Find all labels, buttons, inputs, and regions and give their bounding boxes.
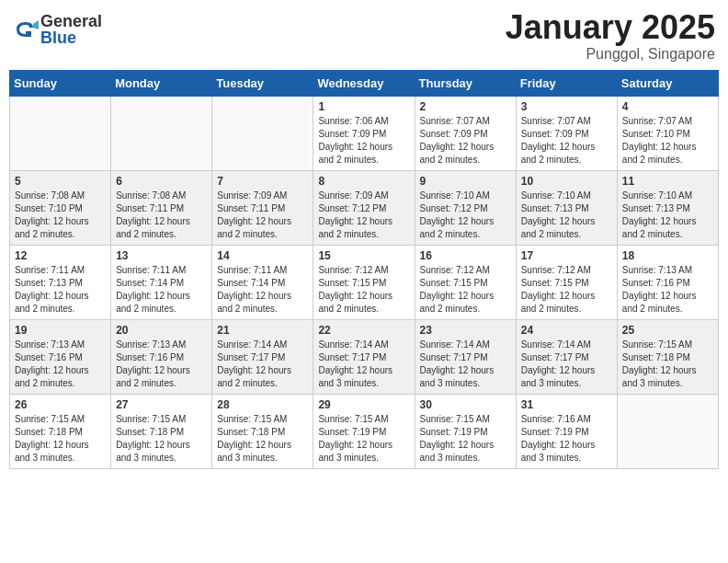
table-row: 26Sunrise: 7:15 AMSunset: 7:18 PMDayligh… [10,394,111,468]
logo: General Blue [13,13,102,46]
day-info: Sunrise: 7:07 AMSunset: 7:09 PMDaylight:… [521,115,612,167]
day-info: Sunrise: 7:11 AMSunset: 7:14 PMDaylight:… [217,264,308,316]
logo-text: General Blue [40,13,102,46]
table-row: 11Sunrise: 7:10 AMSunset: 7:13 PMDayligh… [617,170,718,245]
day-info: Sunrise: 7:07 AMSunset: 7:10 PMDaylight:… [622,115,713,167]
table-row: 9Sunrise: 7:10 AMSunset: 7:12 PMDaylight… [415,170,516,245]
calendar-week-row: 5Sunrise: 7:08 AMSunset: 7:10 PMDaylight… [10,170,719,245]
table-row: 1Sunrise: 7:06 AMSunset: 7:09 PMDaylight… [313,96,415,170]
day-info: Sunrise: 7:09 AMSunset: 7:12 PMDaylight:… [318,190,409,241]
day-number: 25 [622,324,713,337]
day-info: Sunrise: 7:14 AMSunset: 7:17 PMDaylight:… [521,339,612,390]
day-info: Sunrise: 7:09 AMSunset: 7:11 PMDaylight:… [217,190,308,241]
day-number: 22 [318,324,409,337]
header: General Blue January 2025 Punggol, Singa… [9,9,719,63]
col-wednesday: Wednesday [313,70,415,96]
calendar-header-row: Sunday Monday Tuesday Wednesday Thursday… [10,70,719,96]
calendar-week-row: 26Sunrise: 7:15 AMSunset: 7:18 PMDayligh… [10,394,719,468]
day-info: Sunrise: 7:14 AMSunset: 7:17 PMDaylight:… [420,339,511,390]
calendar-week-row: 1Sunrise: 7:06 AMSunset: 7:09 PMDaylight… [10,96,719,170]
table-row: 15Sunrise: 7:12 AMSunset: 7:15 PMDayligh… [313,245,415,319]
table-row: 21Sunrise: 7:14 AMSunset: 7:17 PMDayligh… [212,319,313,394]
day-info: Sunrise: 7:15 AMSunset: 7:18 PMDaylight:… [622,339,713,390]
day-info: Sunrise: 7:08 AMSunset: 7:10 PMDaylight:… [15,190,106,241]
table-row [111,96,212,170]
table-row: 5Sunrise: 7:08 AMSunset: 7:10 PMDaylight… [10,170,111,245]
col-sunday: Sunday [10,70,111,96]
day-info: Sunrise: 7:10 AMSunset: 7:13 PMDaylight:… [622,190,713,241]
day-info: Sunrise: 7:08 AMSunset: 7:11 PMDaylight:… [116,190,207,241]
month-title: January 2025 [506,9,715,46]
day-number: 14 [217,249,308,262]
day-info: Sunrise: 7:13 AMSunset: 7:16 PMDaylight:… [116,339,207,390]
table-row: 20Sunrise: 7:13 AMSunset: 7:16 PMDayligh… [111,319,212,394]
calendar-week-row: 19Sunrise: 7:13 AMSunset: 7:16 PMDayligh… [10,319,719,394]
col-friday: Friday [516,70,617,96]
day-info: Sunrise: 7:11 AMSunset: 7:14 PMDaylight:… [116,264,207,316]
logo-general: General [40,13,102,29]
day-info: Sunrise: 7:10 AMSunset: 7:12 PMDaylight:… [420,190,511,241]
day-info: Sunrise: 7:15 AMSunset: 7:19 PMDaylight:… [420,413,511,465]
day-number: 9 [420,175,511,188]
day-info: Sunrise: 7:15 AMSunset: 7:19 PMDaylight:… [318,413,409,465]
table-row: 28Sunrise: 7:15 AMSunset: 7:18 PMDayligh… [212,394,313,468]
day-number: 2 [420,100,511,113]
logo-blue: Blue [40,29,102,46]
location: Punggol, Singapore [506,46,715,63]
table-row [10,96,111,170]
day-info: Sunrise: 7:14 AMSunset: 7:17 PMDaylight:… [217,339,308,390]
table-row: 13Sunrise: 7:11 AMSunset: 7:14 PMDayligh… [111,245,212,319]
day-info: Sunrise: 7:11 AMSunset: 7:13 PMDaylight:… [15,264,106,316]
table-row: 16Sunrise: 7:12 AMSunset: 7:15 PMDayligh… [415,245,516,319]
day-info: Sunrise: 7:12 AMSunset: 7:15 PMDaylight:… [318,264,409,316]
table-row: 2Sunrise: 7:07 AMSunset: 7:09 PMDaylight… [415,96,516,170]
day-info: Sunrise: 7:12 AMSunset: 7:15 PMDaylight:… [420,264,511,316]
table-row: 4Sunrise: 7:07 AMSunset: 7:10 PMDaylight… [617,96,718,170]
table-row: 23Sunrise: 7:14 AMSunset: 7:17 PMDayligh… [415,319,516,394]
day-info: Sunrise: 7:15 AMSunset: 7:18 PMDaylight:… [217,413,308,465]
table-row: 8Sunrise: 7:09 AMSunset: 7:12 PMDaylight… [313,170,415,245]
calendar-week-row: 12Sunrise: 7:11 AMSunset: 7:13 PMDayligh… [10,245,719,319]
day-info: Sunrise: 7:14 AMSunset: 7:17 PMDaylight:… [318,339,409,390]
table-row: 17Sunrise: 7:12 AMSunset: 7:15 PMDayligh… [516,245,617,319]
table-row: 6Sunrise: 7:08 AMSunset: 7:11 PMDaylight… [111,170,212,245]
day-number: 18 [622,249,713,262]
title-block: January 2025 Punggol, Singapore [506,9,715,63]
day-number: 24 [521,324,612,337]
day-number: 4 [622,100,713,113]
col-monday: Monday [111,70,212,96]
table-row: 3Sunrise: 7:07 AMSunset: 7:09 PMDaylight… [516,96,617,170]
calendar: Sunday Monday Tuesday Wednesday Thursday… [9,70,719,469]
day-number: 19 [15,324,106,337]
day-number: 28 [217,398,308,411]
table-row [212,96,313,170]
table-row: 12Sunrise: 7:11 AMSunset: 7:13 PMDayligh… [10,245,111,319]
day-number: 11 [622,175,713,188]
table-row: 22Sunrise: 7:14 AMSunset: 7:17 PMDayligh… [313,319,415,394]
day-number: 7 [217,175,308,188]
day-number: 21 [217,324,308,337]
day-info: Sunrise: 7:12 AMSunset: 7:15 PMDaylight:… [521,264,612,316]
day-number: 13 [116,249,207,262]
day-number: 23 [420,324,511,337]
table-row: 18Sunrise: 7:13 AMSunset: 7:16 PMDayligh… [617,245,718,319]
day-info: Sunrise: 7:10 AMSunset: 7:13 PMDaylight:… [521,190,612,241]
day-number: 12 [15,249,106,262]
day-info: Sunrise: 7:06 AMSunset: 7:09 PMDaylight:… [318,115,409,167]
col-thursday: Thursday [415,70,516,96]
day-number: 27 [116,398,207,411]
day-number: 31 [521,398,612,411]
day-number: 17 [521,249,612,262]
table-row: 31Sunrise: 7:16 AMSunset: 7:19 PMDayligh… [516,394,617,468]
day-number: 3 [521,100,612,113]
day-number: 16 [420,249,511,262]
table-row: 14Sunrise: 7:11 AMSunset: 7:14 PMDayligh… [212,245,313,319]
table-row: 25Sunrise: 7:15 AMSunset: 7:18 PMDayligh… [617,319,718,394]
day-info: Sunrise: 7:15 AMSunset: 7:18 PMDaylight:… [15,413,106,465]
day-number: 29 [318,398,409,411]
day-number: 10 [521,175,612,188]
table-row: 10Sunrise: 7:10 AMSunset: 7:13 PMDayligh… [516,170,617,245]
day-number: 5 [15,175,106,188]
col-tuesday: Tuesday [212,70,313,96]
day-info: Sunrise: 7:16 AMSunset: 7:19 PMDaylight:… [521,413,612,465]
